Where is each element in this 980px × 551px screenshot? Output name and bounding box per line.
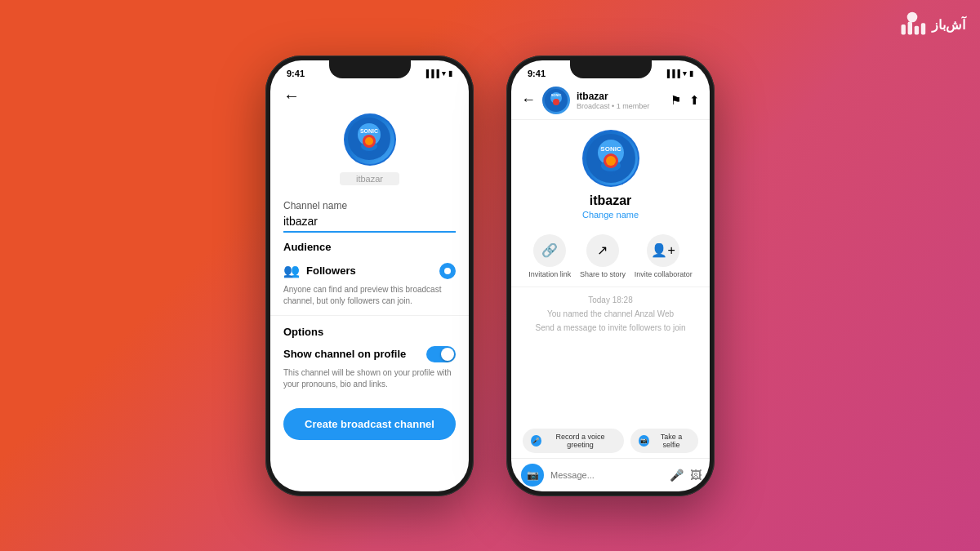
options-label: Options [270, 319, 469, 341]
actions-row: 🔗 Invitation link ↗ Share to story 👤+ In… [511, 226, 710, 287]
invitation-link-action[interactable]: 🔗 Invitation link [528, 234, 571, 278]
show-channel-row: Show channel on profile [270, 341, 469, 367]
svg-point-0 [907, 12, 918, 23]
signal-icon: ▐▐▐ [424, 69, 439, 78]
phone-2-header: ← SONIC itbazar Broadcast • 1 member ⚑ ⬆ [511, 83, 710, 120]
svg-rect-2 [908, 21, 912, 34]
channel-username: itbazar [340, 172, 399, 185]
svg-text:SONIC: SONIC [551, 93, 562, 97]
divider-1 [270, 315, 469, 316]
show-channel-label: Show channel on profile [283, 348, 406, 360]
change-name-link[interactable]: Change name [582, 210, 639, 220]
show-channel-desc: This channel will be shown on your profi… [270, 367, 469, 395]
system-message: You named the channel Anzal Web [523, 309, 698, 318]
followers-label: Followers [306, 264, 356, 277]
radio-inner [444, 268, 451, 274]
battery-icon: ▮ [448, 69, 452, 78]
followers-icon: 👥 [283, 263, 300, 278]
flag-icon[interactable]: ⚑ [670, 93, 681, 108]
back-arrow[interactable]: ← [283, 87, 300, 104]
sonic-avatar-inner: SONIC [345, 115, 394, 164]
wifi-icon: ▾ [442, 69, 446, 78]
phone-2: 9:41 ▐▐▐ ▾ ▮ ← SONIC [506, 56, 715, 496]
watermark-icon [898, 10, 927, 39]
create-broadcast-button[interactable]: Create broadcast channel [283, 408, 456, 440]
share-to-story-action[interactable]: ↗ Share to story [580, 234, 626, 278]
watermark: آش‌باز [898, 10, 965, 39]
channel-name-label: Channel name [283, 200, 456, 211]
invitation-link-label: Invitation link [528, 270, 571, 278]
share-to-story-label: Share to story [580, 270, 626, 278]
invite-collaborator-icon: 👤+ [647, 234, 679, 267]
message-input-bar: 📷 🎤 🖼 ⊕ [511, 458, 710, 491]
phone-2-back[interactable]: ← [521, 91, 536, 109]
profile-avatar[interactable]: SONIC [582, 130, 639, 187]
phone-1-avatar-section: SONIC itbazar [270, 110, 469, 193]
camera-button[interactable]: 📷 [521, 464, 544, 487]
followers-option-left: 👥 Followers [283, 263, 356, 278]
svg-rect-3 [915, 26, 919, 35]
input-icons: 🎤 🖼 ⊕ [670, 469, 710, 482]
phone-1: 9:41 ▐▐▐ ▾ ▮ ← [265, 56, 474, 496]
record-voice-button[interactable]: 🎤 Record a voice greeting [523, 429, 624, 453]
battery-icon-2: ▮ [689, 69, 693, 78]
show-channel-toggle[interactable] [426, 346, 456, 362]
phone-1-screen: 9:41 ▐▐▐ ▾ ▮ ← [270, 60, 469, 491]
phone-1-time: 9:41 [287, 69, 305, 78]
phone-1-back-row: ← [270, 83, 469, 110]
header-channel-sub: Broadcast • 1 member [577, 102, 664, 110]
phone-2-screen: 9:41 ▐▐▐ ▾ ▮ ← SONIC [511, 60, 710, 491]
channel-name-input[interactable] [283, 213, 456, 233]
phone-1-status-icons: ▐▐▐ ▾ ▮ [424, 69, 452, 78]
phones-container: 9:41 ▐▐▐ ▾ ▮ ← [265, 56, 715, 496]
svg-text:SONIC: SONIC [360, 128, 378, 134]
phone-2-avatar-small: SONIC [542, 87, 570, 114]
svg-point-10 [365, 137, 373, 145]
invitation-link-icon: 🔗 [533, 234, 566, 267]
image-icon[interactable]: 🖼 [690, 469, 702, 482]
message-input[interactable] [550, 470, 663, 480]
share-to-story-icon: ↗ [586, 234, 619, 267]
invite-collaborator-label: Invite collaborator [635, 270, 693, 278]
audience-label: Audience [270, 233, 469, 258]
svg-point-20 [606, 156, 616, 166]
record-voice-label: Record a voice greeting [545, 433, 616, 449]
phone-1-notch [329, 60, 411, 78]
profile-section: SONIC itbazar Change name [511, 120, 710, 226]
followers-desc: Anyone can find and preview this broadca… [270, 284, 469, 312]
plus-icon[interactable]: ⊕ [708, 469, 710, 482]
channel-name-section: Channel name [270, 193, 469, 233]
phone-2-notch [570, 60, 652, 78]
svg-point-14 [553, 99, 559, 105]
watermark-text: آش‌باز [932, 17, 965, 33]
profile-avatar-inner: SONIC [584, 131, 638, 185]
svg-rect-4 [921, 23, 925, 34]
mic-icon[interactable]: 🎤 [670, 469, 684, 482]
chat-area: Today 18:28 You named the channel Anzal … [511, 287, 710, 424]
selfie-icon: 📷 [639, 435, 649, 447]
quick-actions: 🎤 Record a voice greeting 📷 Take a selfi… [511, 424, 710, 458]
invite-message: Send a message to invite followers to jo… [523, 323, 698, 332]
wifi-icon-2: ▾ [683, 69, 687, 78]
record-icon: 🎤 [531, 435, 541, 447]
phone-2-status-icons: ▐▐▐ ▾ ▮ [665, 69, 693, 78]
phone-2-time: 9:41 [528, 69, 546, 78]
header-channel-name: itbazar [577, 91, 664, 102]
share-icon[interactable]: ⬆ [689, 93, 700, 108]
followers-radio[interactable] [439, 263, 456, 279]
take-selfie-label: Take a selfie [653, 433, 690, 449]
invite-collaborator-action[interactable]: 👤+ Invite collaborator [635, 234, 693, 278]
channel-avatar[interactable]: SONIC [344, 113, 396, 166]
chat-timestamp: Today 18:28 [523, 295, 698, 304]
svg-rect-1 [902, 24, 906, 35]
profile-name: itbazar [590, 193, 632, 208]
take-selfie-button[interactable]: 📷 Take a selfie [630, 429, 698, 453]
header-info: itbazar Broadcast • 1 member [577, 91, 664, 110]
svg-text:SONIC: SONIC [600, 145, 621, 153]
followers-option-row: 👥 Followers [270, 258, 469, 284]
signal-icon-2: ▐▐▐ [665, 69, 680, 78]
header-icons: ⚑ ⬆ [670, 93, 700, 108]
